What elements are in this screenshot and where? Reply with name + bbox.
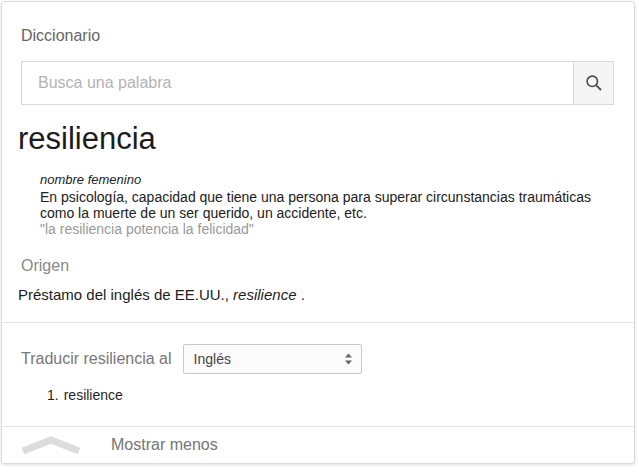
translate-row: Traducir resiliencia al Inglés bbox=[21, 344, 614, 374]
part-of-speech: nombre femenino bbox=[40, 172, 614, 187]
search-icon bbox=[585, 74, 603, 92]
select-spinner-icon bbox=[344, 352, 353, 366]
collapse-label: Mostrar menos bbox=[111, 436, 218, 454]
origin-text: Préstamo del inglés de EE.UU., resilienc… bbox=[18, 286, 614, 303]
translation-item-number: 1. bbox=[47, 387, 59, 403]
chevron-up-icon bbox=[19, 435, 83, 455]
origin-loanword: resilience bbox=[233, 286, 296, 303]
translate-label: Traducir resiliencia al bbox=[21, 350, 172, 368]
language-select-value: Inglés bbox=[194, 351, 231, 367]
translation-item-term: resilience bbox=[64, 387, 123, 403]
search-bar bbox=[21, 61, 614, 105]
section-divider bbox=[2, 322, 634, 323]
search-input[interactable] bbox=[21, 61, 573, 105]
widget-title: Diccionario bbox=[21, 27, 614, 45]
definition-text: En psicología, capacidad que tiene una p… bbox=[40, 189, 614, 221]
usage-example: "la resiliencia potencia la felicidad" bbox=[40, 221, 614, 237]
language-select[interactable]: Inglés bbox=[183, 344, 362, 374]
dictionary-card: Diccionario resiliencia nombre femenino … bbox=[1, 1, 635, 464]
headword: resiliencia bbox=[18, 121, 614, 157]
definition-block: nombre femenino En psicología, capacidad… bbox=[40, 172, 614, 237]
origin-text-before: Préstamo del inglés de EE.UU., bbox=[18, 286, 233, 303]
search-button[interactable] bbox=[573, 61, 614, 105]
translation-results-list: 1.resilience bbox=[47, 387, 614, 403]
translation-item: 1.resilience bbox=[47, 387, 614, 403]
origin-heading: Origen bbox=[21, 257, 614, 275]
collapse-toggle[interactable]: Mostrar menos bbox=[2, 427, 634, 463]
origin-text-after: . bbox=[296, 286, 304, 303]
